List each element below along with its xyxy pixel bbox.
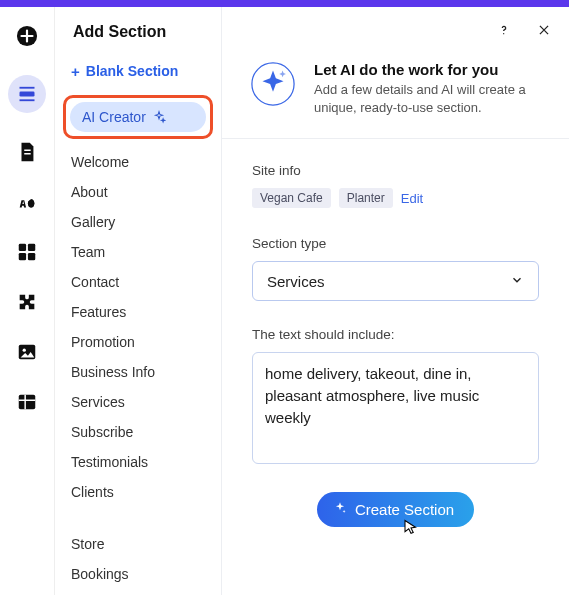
chip: Planter — [339, 188, 393, 208]
section-type-value: Services — [267, 273, 325, 290]
ai-hero-icon — [250, 61, 296, 107]
nav-item[interactable]: Team — [69, 237, 207, 267]
svg-point-9 — [23, 349, 26, 352]
nav-item[interactable]: Subscribe — [69, 417, 207, 447]
page-icon[interactable] — [16, 141, 38, 163]
ai-creator-button[interactable]: AI Creator — [70, 102, 206, 132]
design-icon[interactable] — [16, 191, 38, 213]
ai-hero: Let AI do the work for you Add a few det… — [222, 39, 569, 139]
cursor-icon — [402, 518, 420, 542]
nav-item[interactable]: Bookings — [69, 559, 207, 589]
sections-icon[interactable] — [8, 75, 46, 113]
section-type-label: Section type — [252, 236, 539, 251]
section-type-list: Welcome About Gallery Team Contact Featu… — [69, 147, 207, 589]
close-icon[interactable] — [535, 21, 553, 39]
svg-rect-7 — [28, 253, 35, 260]
hero-title: Let AI do the work for you — [314, 61, 545, 78]
plus-icon: + — [71, 64, 80, 79]
left-rail — [0, 7, 54, 595]
nav-item[interactable]: Clients — [69, 477, 207, 507]
svg-rect-5 — [28, 244, 35, 251]
apps-grid-icon[interactable] — [16, 241, 38, 263]
add-icon[interactable] — [16, 25, 38, 47]
chip: Vegan Cafe — [252, 188, 331, 208]
add-section-panel: Add Section + Blank Section AI Creator W… — [54, 7, 222, 595]
ai-creator-highlight: AI Creator — [63, 95, 213, 139]
svg-rect-4 — [19, 244, 26, 251]
nav-item[interactable]: Testimonials — [69, 447, 207, 477]
puzzle-icon[interactable] — [16, 291, 38, 313]
svg-rect-10 — [19, 395, 36, 410]
nav-item[interactable]: Services — [69, 387, 207, 417]
panel-title: Add Section — [73, 23, 221, 41]
blank-section-button[interactable]: + Blank Section — [69, 55, 207, 95]
help-icon[interactable] — [495, 21, 513, 39]
nav-item[interactable]: Features — [69, 297, 207, 327]
svg-rect-1 — [20, 92, 35, 97]
sparkle-icon — [152, 110, 166, 124]
create-section-button[interactable]: Create Section — [317, 492, 474, 527]
chevron-down-icon — [510, 273, 524, 290]
text-include-label: The text should include: — [252, 327, 539, 342]
nav-item[interactable]: Store — [69, 529, 207, 559]
create-section-label: Create Section — [355, 501, 454, 518]
sparkle-icon — [333, 501, 347, 518]
section-type-select[interactable]: Services — [252, 261, 539, 301]
nav-item[interactable]: Business Info — [69, 357, 207, 387]
edit-site-info-link[interactable]: Edit — [401, 191, 423, 206]
table-icon[interactable] — [16, 391, 38, 413]
nav-item[interactable]: Promotion — [69, 327, 207, 357]
ai-creator-label: AI Creator — [82, 109, 146, 125]
nav-item[interactable]: About — [69, 177, 207, 207]
blank-section-label: Blank Section — [86, 63, 179, 79]
text-include-input[interactable] — [253, 363, 538, 449]
content-area: Let AI do the work for you Add a few det… — [222, 7, 569, 595]
hero-subtitle: Add a few details and AI will create a u… — [314, 81, 545, 116]
svg-rect-6 — [19, 253, 26, 260]
nav-item[interactable]: Contact — [69, 267, 207, 297]
svg-point-11 — [503, 33, 504, 34]
site-info-chips: Vegan Cafe Planter Edit — [252, 188, 539, 208]
nav-item[interactable]: Welcome — [69, 147, 207, 177]
site-info-label: Site info — [252, 163, 539, 178]
image-icon[interactable] — [16, 341, 38, 363]
top-accent-bar — [0, 0, 569, 7]
nav-item[interactable]: Gallery — [69, 207, 207, 237]
